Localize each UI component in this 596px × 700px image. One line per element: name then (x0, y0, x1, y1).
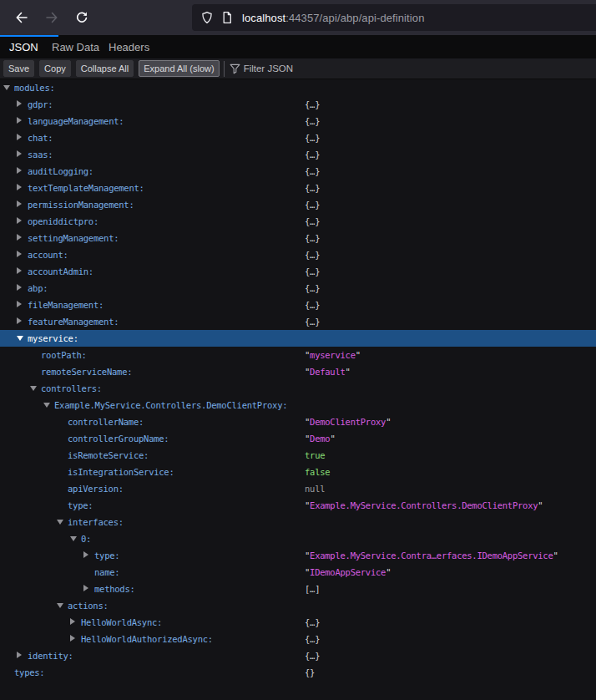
triangle-right-icon[interactable] (17, 234, 22, 241)
tree-value: {…} (305, 647, 320, 664)
tree-key: isIntegrationService: (0, 464, 174, 480)
tree-row-texttemplatemanagement[interactable]: textTemplateManagement:{…} (0, 180, 596, 196)
tree-value: "Demo" (305, 430, 335, 447)
copy-button[interactable]: Copy (39, 60, 71, 77)
tree-row-isintegrationservice[interactable]: isIntegrationService:false (0, 464, 596, 480)
forward-button[interactable] (45, 11, 58, 24)
tree-row-identity[interactable]: identity:{…} (0, 647, 596, 664)
tree-row-example-myservice-controllers-democlientproxy[interactable]: Example.MyService.Controllers.DemoClient… (0, 397, 596, 413)
tree-row-controllergroupname[interactable]: controllerGroupName:"Demo" (0, 430, 596, 447)
triangle-down-icon[interactable] (57, 603, 63, 608)
tree-row-helloworldasync[interactable]: HelloWorldAsync:{…} (0, 614, 596, 631)
tree-row-account[interactable]: account:{…} (0, 246, 596, 263)
expand-all-button[interactable]: Expand All (slow) (139, 60, 219, 77)
tree-key: type: (0, 497, 93, 514)
triangle-down-icon[interactable] (43, 403, 50, 408)
triangle-right-icon[interactable] (83, 551, 88, 558)
tree-key: isRemoteService: (0, 447, 149, 464)
tree-value: false (305, 464, 330, 480)
tree-row-chat[interactable]: chat:{…} (0, 129, 596, 146)
url-host: localhost (242, 12, 285, 24)
tree-row-saas[interactable]: saas:{…} (0, 146, 596, 163)
triangle-right-icon[interactable] (17, 652, 22, 658)
triangle-right-icon[interactable] (17, 117, 22, 124)
tree-row-types[interactable]: types:{} (0, 664, 596, 681)
tree-row-rootpath[interactable]: rootPath:"myservice" (0, 347, 596, 363)
tree-value: "DemoClientProxy" (305, 413, 391, 430)
tree-row-actions[interactable]: actions: (0, 597, 596, 614)
tree-row-auditlogging[interactable]: auditLogging:{…} (0, 163, 596, 180)
tab-json[interactable]: JSON (9, 35, 38, 58)
triangle-right-icon[interactable] (70, 635, 75, 642)
tree-row-openiddictpro[interactable]: openiddictpro:{…} (0, 213, 596, 230)
save-button[interactable]: Save (3, 60, 34, 77)
triangle-right-icon[interactable] (83, 585, 88, 591)
filter-box (230, 63, 411, 74)
tree-key: abp: (0, 280, 48, 297)
triangle-right-icon[interactable] (17, 134, 22, 140)
tree-row-filemanagement[interactable]: fileManagement:{…} (0, 297, 596, 313)
tree-row-languagemanagement[interactable]: languageManagement:{…} (0, 113, 596, 129)
triangle-right-icon[interactable] (17, 217, 22, 224)
tree-key: auditLogging: (0, 163, 93, 180)
tree-key: name: (0, 564, 119, 581)
tree-value: {…} (305, 631, 320, 647)
tree-key: type: (0, 547, 119, 564)
tree-row-controllers[interactable]: controllers: (0, 380, 596, 397)
back-button[interactable] (15, 11, 28, 24)
collapse-all-button[interactable]: Collapse All (76, 60, 134, 77)
tree-row-accountadmin[interactable]: accountAdmin:{…} (0, 263, 596, 280)
tree-row-gdpr[interactable]: gdpr:{…} (0, 96, 596, 113)
tree-key: apiVersion: (0, 480, 124, 497)
tree-row-featuremanagement[interactable]: featureManagement:{…} (0, 313, 596, 330)
tab-raw-data[interactable]: Raw Data (52, 35, 99, 58)
triangle-right-icon[interactable] (17, 301, 22, 307)
tree-row-methods[interactable]: methods:[…] (0, 581, 596, 597)
tree-row-0[interactable]: 0: (0, 530, 596, 547)
reload-button[interactable] (75, 11, 88, 24)
triangle-down-icon[interactable] (30, 386, 37, 391)
triangle-right-icon[interactable] (17, 150, 22, 157)
tree-row-abp[interactable]: abp:{…} (0, 280, 596, 297)
tree-row-type[interactable]: type:"Example.MyService.Controllers.Demo… (0, 497, 596, 514)
tree-row-name[interactable]: name:"IDemoAppService" (0, 564, 596, 581)
browser-chrome: localhost:44357/api/abp/api-definition (0, 0, 596, 35)
tree-key: chat: (0, 129, 53, 146)
tree-row-controllername[interactable]: controllerName:"DemoClientProxy" (0, 413, 596, 430)
tree-row-remoteservicename[interactable]: remoteServiceName:"Default" (0, 363, 596, 380)
tree-value: {…} (305, 280, 320, 297)
triangle-right-icon[interactable] (17, 167, 22, 174)
tree-key: types: (0, 664, 44, 681)
tree-row-helloworldauthorizedasync[interactable]: HelloWorldAuthorizedAsync:{…} (0, 631, 596, 647)
tree-row-interfaces[interactable]: interfaces: (0, 514, 596, 530)
triangle-down-icon[interactable] (70, 536, 77, 541)
tree-value: {…} (305, 213, 320, 230)
tree-row-isremoteservice[interactable]: isRemoteService:true (0, 447, 596, 464)
triangle-right-icon[interactable] (17, 100, 22, 107)
tree-key: controllers: (0, 380, 102, 397)
filter-json-input[interactable] (244, 63, 411, 74)
shield-icon[interactable] (200, 11, 214, 24)
triangle-down-icon[interactable] (57, 520, 63, 525)
page-info-icon[interactable] (220, 11, 234, 24)
triangle-right-icon[interactable] (17, 267, 22, 274)
triangle-down-icon[interactable] (17, 336, 23, 341)
tree-row-myservice[interactable]: myservice: (0, 330, 596, 347)
tree-row-type[interactable]: type:"Example.MyService.Contra…erfaces.I… (0, 547, 596, 564)
triangle-right-icon[interactable] (17, 184, 22, 190)
url-text[interactable]: localhost:44357/api/abp/api-definition (242, 12, 424, 24)
triangle-right-icon[interactable] (17, 251, 22, 257)
tab-headers[interactable]: Headers (109, 35, 149, 58)
tree-row-modules[interactable]: modules: (0, 79, 596, 96)
tree-value: {…} (305, 614, 320, 631)
address-bar[interactable]: localhost:44357/api/abp/api-definition (192, 4, 596, 31)
triangle-right-icon[interactable] (17, 200, 22, 207)
json-tree[interactable]: modules:gdpr:{…}languageManagement:{…}ch… (0, 79, 596, 700)
triangle-right-icon[interactable] (70, 618, 75, 625)
triangle-down-icon[interactable] (3, 85, 10, 90)
tree-row-permissionmanagement[interactable]: permissionManagement:{…} (0, 196, 596, 213)
tree-row-settingmanagement[interactable]: settingManagement:{…} (0, 230, 596, 246)
triangle-right-icon[interactable] (17, 317, 22, 324)
triangle-right-icon[interactable] (17, 284, 22, 291)
tree-row-apiversion[interactable]: apiVersion:null (0, 480, 596, 497)
